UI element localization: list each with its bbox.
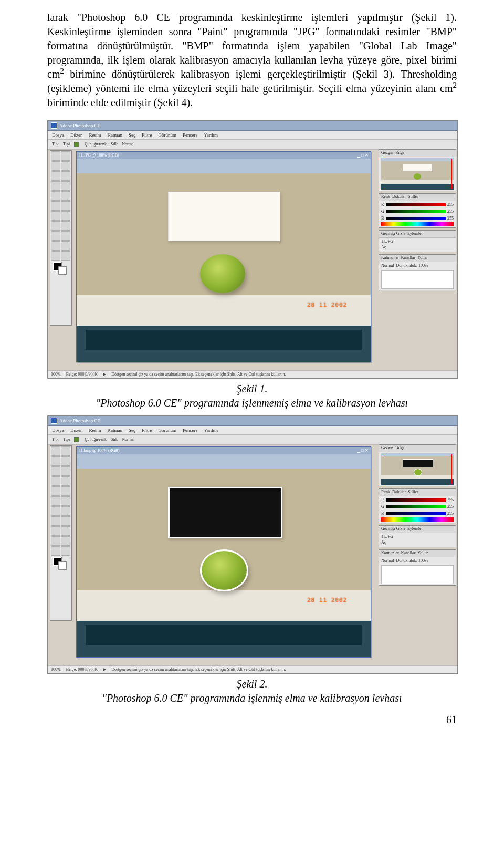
history-item-0[interactable]: 11.JPG <box>381 239 454 245</box>
status-zoom[interactable]: 100% <box>51 667 61 673</box>
tool-history[interactable] <box>61 486 70 496</box>
tool-slice[interactable] <box>61 466 70 476</box>
menu-file[interactable]: Dosya <box>52 132 64 138</box>
doc-titlebar[interactable]: 11.bmp @ 100% (RGB) ▁ □ ✕ <box>77 447 371 455</box>
tool-move[interactable] <box>61 151 70 161</box>
history-item-1[interactable]: Aç <box>381 540 454 546</box>
blend-mode[interactable]: Normal <box>381 263 394 269</box>
tab-navigator[interactable]: Gezgin <box>381 445 393 451</box>
color-swatches[interactable] <box>51 261 70 276</box>
tool-hand[interactable] <box>51 546 60 556</box>
navigator-thumb[interactable] <box>381 453 454 485</box>
tool-notes[interactable] <box>51 241 60 251</box>
canvas[interactable]: 28 11 2002 <box>77 454 371 657</box>
tool-eraser[interactable] <box>51 201 60 211</box>
opt-cb1[interactable]: Çubuğu/renk <box>85 437 107 443</box>
menu-layer[interactable]: Katman <box>108 427 123 433</box>
color-ramp[interactable] <box>381 517 454 522</box>
opacity[interactable]: Donukluluk: 100% <box>396 263 428 269</box>
tab-info[interactable]: Bilgi <box>395 445 404 451</box>
window-controls[interactable]: ▁ □ ✕ <box>357 448 369 454</box>
tab-actions[interactable]: Eylemler <box>407 231 423 237</box>
tool-blur[interactable] <box>51 506 60 516</box>
navigator-palette[interactable]: GezginBilgi <box>379 444 456 486</box>
tab-actions[interactable]: Eylemler <box>407 526 423 532</box>
tab-swatches[interactable]: Dokular <box>392 194 406 200</box>
tool-wand[interactable] <box>61 456 70 466</box>
document-window[interactable]: 11.bmp @ 100% (RGB) ▁ □ ✕ <box>76 446 371 658</box>
tool-zoom[interactable] <box>61 251 70 261</box>
opt-type-value[interactable]: Tipi <box>63 437 70 443</box>
background-color[interactable] <box>58 561 67 570</box>
menu-view[interactable]: Görünüm <box>159 132 177 138</box>
tool-shape[interactable] <box>61 231 70 241</box>
opt-type-value[interactable]: Tipi <box>63 142 70 148</box>
opt-style-value[interactable]: Normal <box>122 142 134 148</box>
slider-r[interactable] <box>386 498 446 502</box>
tool-pen[interactable] <box>51 231 60 241</box>
tab-history[interactable]: Geçmişi Gizle <box>381 526 405 532</box>
history-palette[interactable]: Geçmişi GizleEylemler 11.JPG Aç <box>379 525 456 547</box>
color-palette[interactable]: RenkDokularStiller R255 G255 B255 <box>379 488 456 523</box>
slider-g[interactable] <box>386 210 446 213</box>
tool-dodge[interactable] <box>61 506 70 516</box>
tool-type[interactable] <box>61 516 70 526</box>
history-item-1[interactable]: Aç <box>381 245 454 251</box>
tool-notes[interactable] <box>51 536 60 546</box>
tool-hand[interactable] <box>51 251 60 261</box>
status-zoom[interactable]: 100% <box>51 372 61 378</box>
tab-paths[interactable]: Yollar <box>417 255 428 261</box>
history-palette[interactable]: Geçmişi GizleEylemler 11.JPG Aç <box>379 230 456 252</box>
menu-layer[interactable]: Katman <box>108 132 123 138</box>
tool-lasso[interactable] <box>51 161 60 171</box>
menu-file[interactable]: Dosya <box>52 427 64 433</box>
layers-list[interactable] <box>381 270 454 289</box>
tool-brush[interactable] <box>61 476 70 486</box>
toolbox[interactable] <box>50 150 72 326</box>
tool-marquee[interactable] <box>51 151 60 161</box>
canvas[interactable]: 28 11 2002 <box>77 159 371 362</box>
menu-view[interactable]: Görünüm <box>159 427 177 433</box>
layers-list[interactable] <box>381 565 454 584</box>
color-swatches[interactable] <box>51 556 70 571</box>
tool-lasso[interactable] <box>51 456 60 466</box>
menu-filter[interactable]: Filtre <box>142 427 152 433</box>
tool-type[interactable] <box>61 221 70 231</box>
color-ramp[interactable] <box>381 222 454 226</box>
toolbox[interactable] <box>50 445 72 621</box>
tool-eyedrop[interactable] <box>61 536 70 546</box>
tool-stamp[interactable] <box>51 486 60 496</box>
menu-bar[interactable]: Dosya Düzen Resim Katman Seç Filtre Görü… <box>48 426 457 435</box>
tab-history[interactable]: Geçmişi Gizle <box>381 231 405 237</box>
tool-zoom[interactable] <box>61 546 70 556</box>
tool-marquee[interactable] <box>51 446 60 456</box>
layers-palette[interactable]: KatmanlarKanallarYollar NormalDonukluluk… <box>379 549 456 586</box>
tool-eraser[interactable] <box>51 496 60 506</box>
tab-layers[interactable]: Katmanlar <box>381 550 399 556</box>
tab-info[interactable]: Bilgi <box>395 150 404 156</box>
tool-pen[interactable] <box>51 526 60 536</box>
tool-stamp[interactable] <box>51 191 60 201</box>
menu-select[interactable]: Seç <box>129 132 135 138</box>
opt-cb1[interactable]: Çubuğu/renk <box>85 142 107 148</box>
tool-airbrush[interactable] <box>51 476 60 486</box>
slider-r[interactable] <box>386 203 446 206</box>
tool-pencil[interactable] <box>61 496 70 506</box>
tool-brush[interactable] <box>61 181 70 191</box>
menu-bar[interactable]: Dosya Düzen Resim Katman Seç Filtre Görü… <box>48 131 457 140</box>
menu-help[interactable]: Yardım <box>204 132 218 138</box>
tool-airbrush[interactable] <box>51 181 60 191</box>
tool-pencil[interactable] <box>61 201 70 211</box>
menu-image[interactable]: Resim <box>89 427 101 433</box>
menu-help[interactable]: Yardım <box>204 427 218 433</box>
opacity[interactable]: Donukluluk: 100% <box>396 558 428 564</box>
layers-palette[interactable]: KatmanlarKanallarYollar NormalDonukluluk… <box>379 254 456 290</box>
menu-select[interactable]: Seç <box>129 427 135 433</box>
tab-color[interactable]: Renk <box>381 194 390 200</box>
menu-image[interactable]: Resim <box>89 132 101 138</box>
menu-window[interactable]: Pencere <box>183 427 197 433</box>
tab-paths[interactable]: Yollar <box>417 550 428 556</box>
checkbox-icon[interactable] <box>74 437 79 442</box>
tab-styles[interactable]: Stiller <box>408 194 418 200</box>
tool-dodge[interactable] <box>61 211 70 221</box>
